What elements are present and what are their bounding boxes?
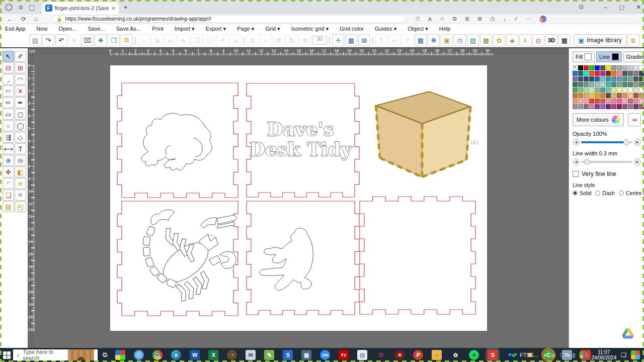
zoom-in-tool[interactable]: ⊕ <box>3 155 14 166</box>
refresh-icon[interactable]: ⟳ <box>21 16 26 23</box>
trash-icon[interactable]: ⌧ <box>82 34 94 46</box>
downloads-icon[interactable]: ↓ <box>503 16 506 22</box>
colour-swatch[interactable] <box>628 71 633 76</box>
settings-gear-icon[interactable]: ✿ <box>450 350 460 360</box>
workspaces-icon[interactable]: ⧈ <box>19 3 23 11</box>
circle-tool[interactable]: ◯ <box>15 120 26 131</box>
frame-icon[interactable]: ◈ <box>506 34 518 46</box>
colour-swatch[interactable] <box>595 82 600 87</box>
colour-swatch[interactable] <box>584 71 589 76</box>
volume-icon[interactable]: ◁) <box>570 352 575 358</box>
colour-swatch[interactable] <box>633 104 638 109</box>
line-style-radio-dash[interactable] <box>595 191 600 196</box>
colour-swatch[interactable] <box>578 76 583 81</box>
select-tool[interactable]: ↖ <box>3 51 14 62</box>
ungroup-icon[interactable]: ❒ <box>108 34 120 46</box>
colour-swatch[interactable] <box>573 104 578 109</box>
task-view-icon[interactable]: ⧉ <box>103 351 107 359</box>
colour-swatch[interactable] <box>611 76 616 81</box>
measure-curve-tool[interactable]: ◠ <box>15 74 26 85</box>
colour-swatch[interactable] <box>633 76 638 81</box>
chrome-icon[interactable] <box>152 350 163 360</box>
home-icon[interactable]: ⌂ <box>34 16 38 23</box>
image-library-button[interactable]: ▣Image library <box>574 34 626 46</box>
colour-swatch[interactable] <box>584 93 589 98</box>
colour-swatch[interactable] <box>628 104 633 109</box>
colour-swatch[interactable] <box>606 104 611 109</box>
notes-green-app-icon[interactable]: ✎ <box>264 350 274 360</box>
colour-swatch[interactable] <box>595 76 600 81</box>
teams-tray-icon[interactable]: ◎ <box>551 352 556 358</box>
opacity-slider-handle[interactable] <box>623 139 629 145</box>
colour-swatch[interactable] <box>595 71 600 76</box>
colour-swatch[interactable] <box>589 76 594 81</box>
colour-swatch[interactable] <box>611 65 616 70</box>
gradient-button[interactable]: Gradient <box>623 51 644 62</box>
colour-swatch[interactable] <box>639 71 644 76</box>
read-aloud-icon[interactable]: A <box>428 16 432 22</box>
profile-avatar[interactable] <box>5 4 13 11</box>
history-icon[interactable]: ◷ <box>490 16 495 22</box>
tab-actions-icon[interactable]: ▢ <box>29 4 35 11</box>
frog-drawing[interactable] <box>141 113 212 170</box>
colour-swatch[interactable] <box>589 82 594 87</box>
menu-save---[interactable]: Save... <box>82 26 110 32</box>
colour-swatch[interactable] <box>600 76 605 81</box>
menu-import--[interactable]: Import ▾ <box>169 26 200 32</box>
mail-app-icon[interactable]: ✉ <box>246 350 256 360</box>
menu-grid-color[interactable]: Grid color <box>334 26 369 32</box>
title-text-line1[interactable]: Dave's <box>267 118 334 140</box>
spotify-icon[interactable]: ≈ <box>469 350 479 360</box>
sublime-app-icon[interactable]: S <box>283 350 293 360</box>
colour-swatch[interactable] <box>617 104 622 109</box>
taskbar-clock[interactable]: 11:07 24/06/2024 <box>591 349 616 360</box>
knife-tool[interactable]: ✄ <box>3 85 14 97</box>
colour-swatch[interactable] <box>578 104 583 109</box>
colour-swatch[interactable] <box>584 76 589 81</box>
colour-swatch[interactable] <box>578 82 583 87</box>
more-colours-button[interactable]: More colours <box>573 113 624 126</box>
colour-swatch[interactable] <box>617 93 622 98</box>
colour-swatch[interactable] <box>628 65 633 70</box>
colour-swatch[interactable] <box>589 93 594 98</box>
qr-code-icon[interactable]: ▦ <box>558 34 571 46</box>
menu-page--[interactable]: Page ▾ <box>231 26 260 32</box>
symmetry-icon[interactable]: ❋ <box>428 34 440 46</box>
colour-swatch[interactable] <box>600 65 605 70</box>
rounded-rectangle-tool[interactable]: ▢ <box>15 109 26 120</box>
url-bar[interactable]: 🔒 https://www.focuselearning.co.uk/progr… <box>52 15 407 23</box>
photos-app-icon[interactable] <box>134 350 144 360</box>
colour-swatch[interactable] <box>628 82 633 87</box>
colour-swatch[interactable] <box>622 99 627 104</box>
line-button[interactable]: Line <box>596 51 622 62</box>
paste-icon[interactable]: ▤ <box>29 34 41 46</box>
colour-swatch[interactable] <box>606 93 611 98</box>
extrude-icon[interactable]: ▣ <box>441 34 453 46</box>
fill-bucket-tool[interactable]: ◧ <box>15 166 26 177</box>
colour-swatch[interactable] <box>617 71 622 76</box>
colour-swatch[interactable] <box>600 82 605 87</box>
favorite-star-icon[interactable]: ☆ <box>440 16 445 22</box>
opacity-increase-button[interactable]: ▶ <box>634 139 641 146</box>
send-to-device-icon[interactable]: ⊡ <box>579 4 584 10</box>
menu-print[interactable]: Print <box>146 26 169 32</box>
drawing-page[interactable]: Dave'sDesk Tidy ⊳⃞ <box>110 65 487 331</box>
colour-swatch[interactable] <box>617 99 622 104</box>
zoom-app-icon[interactable]: zm <box>320 350 330 360</box>
colour-swatch[interactable] <box>617 87 622 93</box>
colour-swatch[interactable] <box>584 82 589 87</box>
colour-swatch[interactable] <box>573 71 578 76</box>
colour-swatch[interactable] <box>600 87 605 93</box>
calculator-app-icon[interactable]: ▦ <box>301 350 311 360</box>
gear-icon[interactable]: ✿ <box>493 34 505 46</box>
colour-swatch[interactable] <box>600 104 605 109</box>
stocks-ticker[interactable]: ⬈ FTSE... <box>512 351 538 358</box>
widgets-icon[interactable] <box>631 350 640 359</box>
colour-swatch[interactable] <box>595 104 600 109</box>
rubiks-app-icon[interactable] <box>115 350 125 360</box>
colour-swatch[interactable] <box>628 76 633 81</box>
menu-grid--[interactable]: Grid ▾ <box>260 26 285 32</box>
colour-swatch[interactable] <box>584 87 589 93</box>
polygon-tool[interactable]: ◇ <box>15 132 26 143</box>
taskbar-search[interactable]: ⌕ Type here to search <box>13 349 98 360</box>
